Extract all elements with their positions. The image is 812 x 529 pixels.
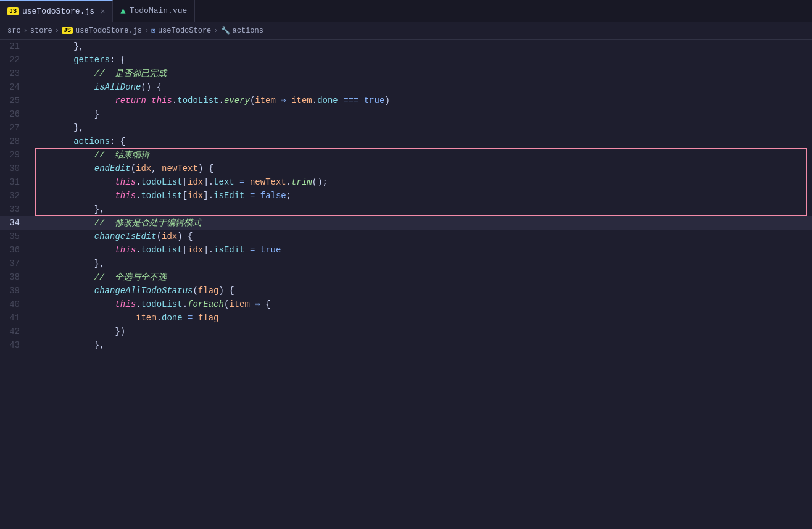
tab-useTodoStore[interactable]: JS useTodoStore.js ✕: [0, 0, 113, 22]
line-28: 28 actions: {: [0, 135, 812, 148]
line-23: 23 // 是否都已完成: [0, 67, 812, 80]
line-29: 29 // 结束编辑: [0, 148, 812, 162]
breadcrumb-wrench-icon: 🔧: [221, 26, 230, 35]
red-box-region: 29 // 结束编辑 30 endEdit(idx, newText) { 31…: [0, 148, 812, 216]
editor: 21 }, 22 getters: { 23 // 是否都已完成 24 isAl…: [0, 40, 812, 529]
tab-bar: JS useTodoStore.js ✕ ▲ TodoMain.vue: [0, 0, 812, 22]
breadcrumb-bracket-icon: ⊡: [151, 27, 155, 35]
tab-label-useTodoStore: useTodoStore.js: [22, 7, 94, 16]
breadcrumb: src › store › JS useTodoStore.js › ⊡ use…: [0, 22, 812, 40]
line-22: 22 getters: {: [0, 53, 812, 67]
line-43: 43 },: [0, 338, 812, 352]
vue-icon: ▲: [120, 6, 125, 16]
line-31: 31 this.todoList[idx].text = newText.tri…: [0, 175, 812, 189]
breadcrumb-actions: actions: [233, 27, 263, 35]
js-icon: JS: [7, 7, 19, 15]
breadcrumb-store: store: [30, 27, 52, 35]
tab-label-TodoMain: TodoMain.vue: [130, 6, 188, 15]
line-25: 25 return this.todoList.every(item ⇒ ite…: [0, 94, 812, 107]
breadcrumb-src: src: [7, 27, 21, 35]
line-41: 41 item.done = flag: [0, 311, 812, 325]
line-42: 42 }): [0, 325, 812, 338]
line-37: 37 },: [0, 257, 812, 270]
tab-close-useTodoStore[interactable]: ✕: [101, 7, 105, 16]
line-30: 30 endEdit(idx, newText) {: [0, 162, 812, 175]
tab-TodoMain[interactable]: ▲ TodoMain.vue: [113, 0, 195, 22]
code-area: 21 }, 22 getters: { 23 // 是否都已完成 24 isAl…: [0, 40, 812, 529]
line-36: 36 this.todoList[idx].isEdit = true: [0, 243, 812, 257]
line-32: 32 this.todoList[idx].isEdit = false;: [0, 189, 812, 202]
line-38: 38 // 全选与全不选: [0, 270, 812, 284]
line-34: 34 // 修改是否处于编辑模式: [0, 216, 812, 230]
breadcrumb-js-badge: JS: [62, 27, 73, 34]
line-39: 39 changeAllTodoStatus(flag) {: [0, 284, 812, 298]
line-27: 27 },: [0, 121, 812, 135]
line-35: 35 changeIsEdit(idx) {: [0, 230, 812, 243]
line-26: 26 }: [0, 107, 812, 121]
line-33: 33 },: [0, 202, 812, 216]
line-40: 40 this.todoList.forEach(item ⇒ {: [0, 298, 812, 311]
line-21: 21 },: [0, 40, 812, 53]
line-24: 24 isAllDone() {: [0, 80, 812, 94]
breadcrumb-class: useTodoStore: [158, 27, 211, 35]
breadcrumb-filename: useTodoStore.js: [75, 27, 142, 35]
